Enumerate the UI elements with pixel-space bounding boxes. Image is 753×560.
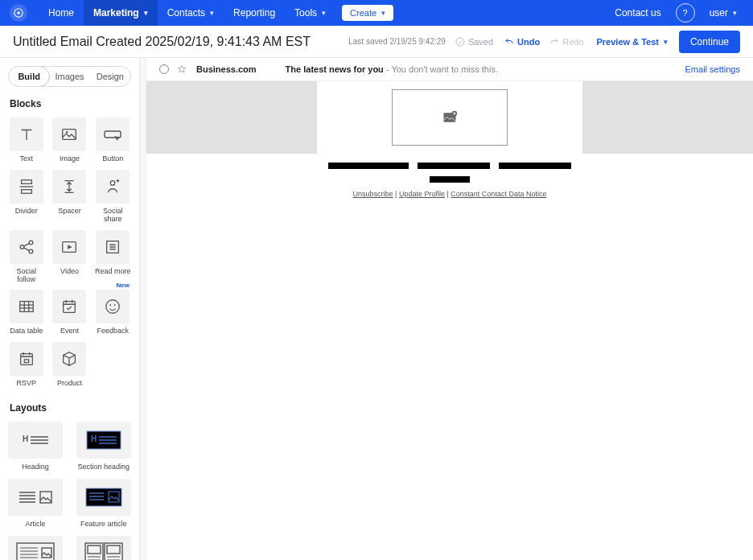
chevron-down-icon: ▾ xyxy=(210,9,214,17)
feedback-icon xyxy=(104,298,121,315)
layout-section-heading[interactable]: H Section heading xyxy=(71,422,137,471)
svg-rect-31 xyxy=(88,546,101,554)
sidebar-tabs: Build Images Design xyxy=(8,66,131,87)
svg-rect-28 xyxy=(42,548,51,558)
svg-rect-3 xyxy=(63,130,76,140)
svg-point-2 xyxy=(456,38,464,46)
email-preview-header: Business.com The latest news for you - Y… xyxy=(146,58,753,81)
block-event[interactable]: Event xyxy=(51,290,88,336)
block-text[interactable]: Text xyxy=(8,117,45,163)
nav-contacts[interactable]: Contacts▾ xyxy=(158,0,224,26)
svg-text:H: H xyxy=(23,434,28,443)
undo-button[interactable]: Undo xyxy=(504,37,540,47)
preview-subject[interactable]: The latest news for you xyxy=(286,64,384,74)
block-rsvp[interactable]: RSVP xyxy=(8,342,45,388)
block-social-share[interactable]: Social share xyxy=(94,170,131,224)
continue-button[interactable]: Continue xyxy=(679,31,740,53)
blocks-heading: Blocks xyxy=(10,98,131,109)
nav-tools[interactable]: Tools▾ xyxy=(285,0,335,26)
block-video[interactable]: Video xyxy=(51,230,88,284)
create-button[interactable]: Create▾ xyxy=(342,5,393,21)
top-nav: Home Marketing▾ Contacts▾ Reporting Tool… xyxy=(0,0,753,26)
redo-button: Redo xyxy=(549,37,583,47)
undo-icon xyxy=(504,37,514,47)
block-product[interactable]: Product xyxy=(51,342,88,388)
blocks-grid: Text Image Button Divider Spacer Social … xyxy=(8,117,131,388)
nav-marketing[interactable]: Marketing▾ xyxy=(84,0,158,26)
tab-design[interactable]: Design xyxy=(90,67,130,86)
email-footer[interactable]: Unsubscribe | Update Profile | Constant … xyxy=(146,154,753,211)
tab-build[interactable]: Build xyxy=(8,66,50,87)
block-read-more[interactable]: Read more xyxy=(94,230,131,284)
canvas-image-row[interactable] xyxy=(146,81,753,154)
image-add-icon xyxy=(442,109,458,126)
document-header: Untitled Email Created 2025/02/19, 9:41:… xyxy=(0,26,753,58)
data-notice-link[interactable]: Constant Contact Data Notice xyxy=(451,190,546,198)
svg-rect-6 xyxy=(21,180,31,184)
svg-text:H: H xyxy=(91,434,97,443)
layout-feature-article[interactable]: Feature article xyxy=(71,479,137,528)
help-button[interactable]: ? xyxy=(676,3,695,23)
layout-article-border-icon xyxy=(14,541,56,560)
layouts-grid: H Heading H Section heading Article Feat… xyxy=(8,422,131,560)
image-placeholder[interactable] xyxy=(392,89,508,146)
block-button[interactable]: Button xyxy=(94,117,131,163)
nav-home[interactable]: Home xyxy=(39,0,84,26)
footer-links: Unsubscribe | Update Profile | Constant … xyxy=(146,190,753,198)
event-icon xyxy=(60,298,78,315)
divider-icon xyxy=(18,178,35,196)
select-circle-icon[interactable] xyxy=(159,64,169,74)
product-icon xyxy=(60,350,78,368)
layout-article-border[interactable]: Article w/border xyxy=(8,536,63,560)
unsubscribe-link[interactable]: Unsubscribe xyxy=(353,190,393,198)
tab-images[interactable]: Images xyxy=(49,67,89,86)
image-icon xyxy=(60,126,78,143)
saved-indicator: Saved xyxy=(455,37,493,47)
preview-text[interactable]: - You don't want to miss this. xyxy=(384,64,498,74)
block-divider[interactable]: Divider xyxy=(8,170,45,224)
footer-redacted-bar xyxy=(328,163,409,169)
block-data-table[interactable]: Data table xyxy=(8,290,45,336)
layout-article-icon xyxy=(16,486,55,509)
svg-rect-20 xyxy=(24,360,29,363)
email-settings-link[interactable]: Email settings xyxy=(685,64,740,74)
svg-point-10 xyxy=(29,241,33,245)
logo-icon xyxy=(13,7,24,19)
block-image[interactable]: Image xyxy=(51,117,88,163)
chevron-down-icon: ▾ xyxy=(733,9,737,17)
svg-point-17 xyxy=(109,305,111,307)
question-icon: ? xyxy=(683,8,688,18)
document-title[interactable]: Untitled Email Created 2025/02/19, 9:41:… xyxy=(13,35,311,49)
brand-logo[interactable] xyxy=(10,4,27,22)
chevron-down-icon: ▾ xyxy=(322,9,326,17)
svg-rect-14 xyxy=(20,302,34,312)
chevron-down-icon: ▾ xyxy=(144,9,148,17)
button-icon xyxy=(103,126,122,142)
svg-rect-24 xyxy=(40,492,51,503)
star-icon[interactable] xyxy=(177,64,187,74)
preview-test-button[interactable]: Preview & Test▾ xyxy=(597,37,668,47)
block-feedback[interactable]: New Feedback xyxy=(94,290,131,336)
last-saved-text: Last saved 2/19/25 9:42:29 xyxy=(348,37,446,46)
svg-point-1 xyxy=(17,11,20,14)
chevron-down-icon: ▾ xyxy=(664,38,668,46)
svg-rect-32 xyxy=(107,546,120,554)
block-social-follow[interactable]: Social follow xyxy=(8,230,45,284)
sidebar-resize-handle[interactable] xyxy=(140,58,146,560)
nav-reporting[interactable]: Reporting xyxy=(224,0,285,26)
rsvp-icon xyxy=(18,350,35,368)
svg-point-18 xyxy=(114,305,116,307)
nav-user-menu[interactable]: user▾ xyxy=(703,0,743,26)
layout-split-article-border[interactable]: Split article w/border xyxy=(71,536,137,560)
preview-sender[interactable]: Business.com xyxy=(196,64,257,74)
layout-article[interactable]: Article xyxy=(8,479,63,528)
layout-heading-icon: H xyxy=(18,430,53,451)
sidebar: Build Images Design Blocks Text Image Bu… xyxy=(0,58,140,560)
update-profile-link[interactable]: Update Profile xyxy=(399,190,445,198)
video-icon xyxy=(60,238,78,256)
nav-contact-us[interactable]: Contact us xyxy=(608,0,667,26)
check-circle-icon xyxy=(455,37,465,47)
block-spacer[interactable]: Spacer xyxy=(51,170,88,224)
layout-section-heading-icon: H xyxy=(84,428,124,452)
layout-heading[interactable]: H Heading xyxy=(8,422,63,471)
